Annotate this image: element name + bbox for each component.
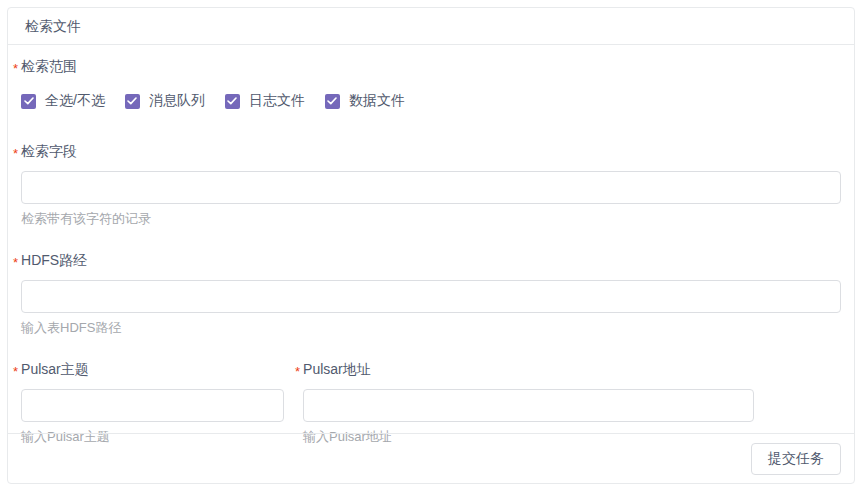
pulsar-topic-input[interactable] xyxy=(21,389,284,422)
checkbox-log-file[interactable]: 日志文件 xyxy=(225,92,305,110)
checkbox-label: 数据文件 xyxy=(349,92,405,110)
search-files-card: 检索文件 * 检索范围 全选/不选 消息队列 xyxy=(7,7,855,484)
pulsar-address-label: * Pulsar地址 xyxy=(295,361,754,379)
required-asterisk: * xyxy=(295,365,300,378)
card-title: 检索文件 xyxy=(8,8,854,45)
required-asterisk: * xyxy=(13,62,18,75)
search-field-input[interactable] xyxy=(21,171,841,204)
checkbox-checked-icon[interactable] xyxy=(225,94,240,109)
pulsar-address-label-text: Pulsar地址 xyxy=(303,361,371,379)
form-item-search-field: * 检索字段 检索带有该字符的记录 xyxy=(21,143,841,228)
search-field-label-text: 检索字段 xyxy=(21,143,77,161)
pulsar-topic-label-text: Pulsar主题 xyxy=(21,361,89,379)
checkbox-data-file[interactable]: 数据文件 xyxy=(325,92,405,110)
search-field-helper: 检索带有该字符的记录 xyxy=(21,210,841,228)
checkbox-label: 全选/不选 xyxy=(45,92,105,110)
checkbox-select-all[interactable]: 全选/不选 xyxy=(21,92,105,110)
checkbox-label: 消息队列 xyxy=(149,92,205,110)
search-scope-options: 全选/不选 消息队列 日志文件 xyxy=(21,92,841,110)
pulsar-address-input[interactable] xyxy=(303,389,754,422)
hdfs-path-helper: 输入表HDFS路径 xyxy=(21,319,841,337)
checkbox-checked-icon[interactable] xyxy=(325,94,340,109)
required-asterisk: * xyxy=(13,256,18,269)
pulsar-topic-label: * Pulsar主题 xyxy=(13,361,284,379)
search-scope-label-text: 检索范围 xyxy=(21,58,77,76)
checkbox-message-queue[interactable]: 消息队列 xyxy=(125,92,205,110)
hdfs-path-input[interactable] xyxy=(21,280,841,313)
required-asterisk: * xyxy=(13,147,18,160)
hdfs-path-label-text: HDFS路经 xyxy=(21,252,87,270)
checkbox-checked-icon[interactable] xyxy=(21,94,36,109)
card-footer: 提交任务 xyxy=(8,433,854,483)
form-item-hdfs-path: * HDFS路经 输入表HDFS路径 xyxy=(21,252,841,337)
hdfs-path-label: * HDFS路经 xyxy=(13,252,841,270)
submit-task-button[interactable]: 提交任务 xyxy=(751,443,841,475)
form-body: * 检索范围 全选/不选 消息队列 xyxy=(8,45,854,470)
search-field-label: * 检索字段 xyxy=(13,143,841,161)
search-scope-label: * 检索范围 xyxy=(13,58,841,76)
checkbox-label: 日志文件 xyxy=(249,92,305,110)
required-asterisk: * xyxy=(13,365,18,378)
form-item-search-scope: * 检索范围 全选/不选 消息队列 xyxy=(21,58,841,110)
checkbox-checked-icon[interactable] xyxy=(125,94,140,109)
